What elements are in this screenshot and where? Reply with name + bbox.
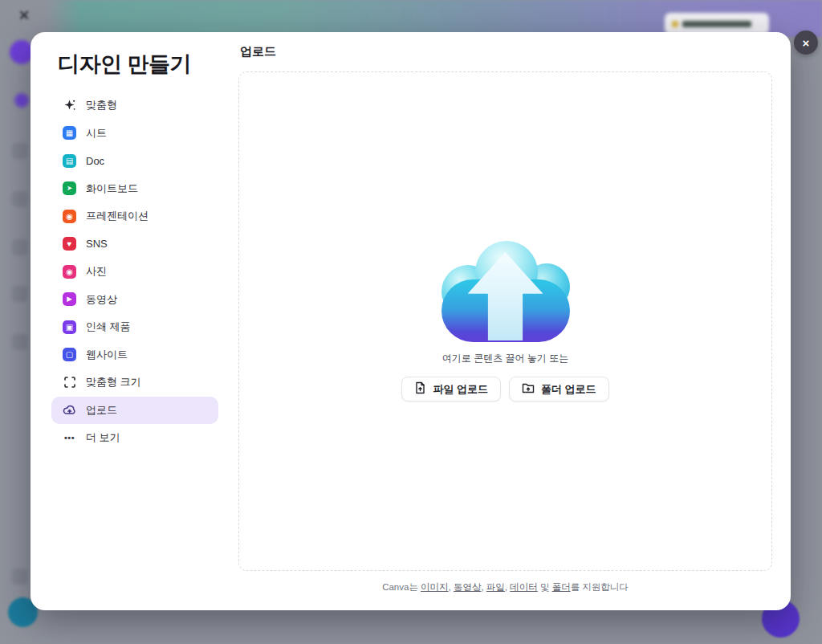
background-sidebar-icon <box>12 334 28 350</box>
photo-icon: ◉ <box>63 265 76 279</box>
background-sidebar-icon <box>12 239 28 255</box>
whiteboard-icon: ➤ <box>63 181 76 195</box>
upload-file-label: 파일 업로드 <box>433 382 488 397</box>
upload-file-button[interactable]: 파일 업로드 <box>401 377 501 401</box>
caption-text: 및 <box>538 582 552 592</box>
folder-upload-icon <box>522 382 535 397</box>
upload-panel: 업로드 여기로 콘텐츠 끌어 놓기 또는 파일 <box>238 32 772 610</box>
close-icon: × <box>803 36 810 50</box>
sidebar-item-label: SNS <box>86 238 108 250</box>
upload-folder-label: 폴더 업로드 <box>541 382 596 397</box>
sidebar-item-photo[interactable]: ◉ 사진 <box>51 258 218 286</box>
background-promo-pill <box>665 13 769 35</box>
sidebar-item-presentation[interactable]: ◉ 프레젠테이션 <box>51 202 218 230</box>
sidebar-item-label: 사진 <box>86 264 107 279</box>
sidebar-item-label: 웹사이트 <box>86 348 128 362</box>
link-videos[interactable]: 동영상 <box>454 582 482 592</box>
sidebar-item-sns[interactable]: ♥ SNS <box>51 230 218 259</box>
magic-sparkle-icon <box>63 99 76 112</box>
sidebar-item-label: 인쇄 제품 <box>86 320 131 334</box>
blurred-text <box>682 21 751 27</box>
crown-icon <box>672 21 678 27</box>
dropzone-hint: 여기로 콘텐츠 끌어 놓기 또는 <box>442 352 568 365</box>
caption-text: 를 지원합니다 <box>571 582 629 592</box>
background-sidebar-icon <box>12 569 28 585</box>
sidebar-item-upload[interactable]: 업로드 <box>51 397 218 425</box>
sidebar-item-website[interactable]: ▢ 웹사이트 <box>51 341 218 369</box>
sidebar-item-label: 맞춤형 <box>86 98 117 112</box>
sidebar-item-whiteboard[interactable]: ➤ 화이트보드 <box>51 175 218 203</box>
file-upload-icon <box>414 381 426 397</box>
link-data[interactable]: 데이터 <box>510 582 538 592</box>
sidebar-item-label: 시트 <box>86 126 107 141</box>
upload-buttons: 파일 업로드 폴더 업로드 <box>401 377 608 401</box>
sidebar-item-label: 동영상 <box>86 292 117 307</box>
upload-dropzone[interactable]: 여기로 콘텐츠 끌어 놓기 또는 파일 업로드 <box>238 71 772 571</box>
sidebar-item-label: 맞춤형 크기 <box>86 375 141 389</box>
more-dots-icon: ••• <box>63 431 76 445</box>
sidebar-item-print[interactable]: ▣ 인쇄 제품 <box>51 313 218 341</box>
close-button[interactable]: × <box>794 31 818 55</box>
presentation-icon: ◉ <box>63 210 76 223</box>
link-images[interactable]: 이미지 <box>421 582 449 592</box>
sidebar-item-custom-size[interactable]: 맞춤형 크기 <box>51 369 218 397</box>
background-sidebar-icon <box>12 143 28 159</box>
upload-folder-button[interactable]: 폴더 업로드 <box>509 377 609 401</box>
doc-icon: ▤ <box>63 154 76 168</box>
supported-formats-caption: Canva는 이미지, 동영상, 파일, 데이터 및 폴더를 지원합니다 <box>238 581 772 593</box>
sidebar-item-label: 프레젠테이션 <box>86 209 149 223</box>
panel-title: 업로드 <box>238 32 772 59</box>
sidebar-item-sheet[interactable]: ▦ 시트 <box>51 120 218 148</box>
background-sidebar-icon <box>14 93 29 108</box>
sidebar-item-video[interactable]: ▶ 동영상 <box>51 286 218 314</box>
page-title: 디자인 만들기 <box>58 50 191 79</box>
sns-icon: ♥ <box>63 237 76 251</box>
upload-cloud-icon <box>63 403 76 417</box>
sidebar-item-label: Doc <box>86 155 104 167</box>
link-files[interactable]: 파일 <box>486 582 505 592</box>
design-type-sidebar: 맞춤형 ▦ 시트 ▤ Doc ➤ 화이트보드 ◉ 프레젠테이션 ♥ SNS ◉ … <box>51 92 218 452</box>
sheet-icon: ▦ <box>63 126 76 140</box>
link-folders[interactable]: 폴더 <box>552 582 571 592</box>
upload-cloud-illustration <box>442 241 570 342</box>
custom-size-icon <box>63 376 76 389</box>
sidebar-item-label: 더 보기 <box>86 430 120 445</box>
background-close-icon: ✕ <box>16 8 32 24</box>
create-design-modal: 디자인 만들기 맞춤형 ▦ 시트 ▤ Doc ➤ 화이트보드 ◉ 프레젠테이션 … <box>31 32 791 610</box>
background-sidebar-icon <box>12 286 28 302</box>
sidebar-item-label: 업로드 <box>86 403 117 418</box>
sidebar-item-doc[interactable]: ▤ Doc <box>51 147 218 175</box>
sidebar-item-label: 화이트보드 <box>86 181 138 196</box>
sidebar-item-more[interactable]: ••• 더 보기 <box>51 424 218 452</box>
website-icon: ▢ <box>63 348 76 361</box>
print-icon: ▣ <box>63 320 76 334</box>
sidebar-item-custom[interactable]: 맞춤형 <box>51 92 218 120</box>
caption-text: Canva는 <box>382 582 421 592</box>
video-icon: ▶ <box>63 292 76 306</box>
background-sidebar-icon <box>12 191 28 207</box>
